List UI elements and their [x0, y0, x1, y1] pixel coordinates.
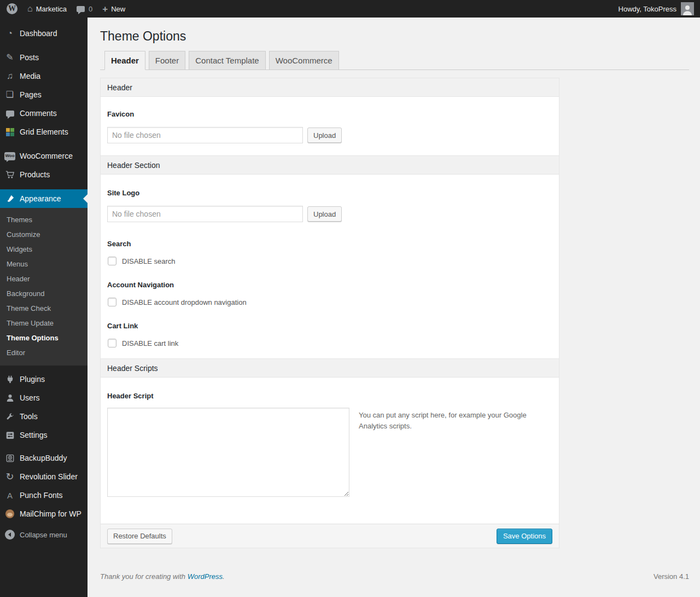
- person-icon: [4, 392, 15, 403]
- admin-bar-right: Howdy, TokoPress: [614, 0, 700, 18]
- comment-bubble-icon: [4, 108, 15, 119]
- menu-separator: [0, 141, 88, 147]
- appearance-submenu: Themes Customize Widgets Menus Header Ba…: [0, 208, 88, 366]
- sidebar-item-revolution-slider[interactable]: ↻ Revolution Slider: [0, 467, 88, 486]
- menu-separator: [0, 444, 88, 449]
- disable-cart-label: DISABLE cart link: [122, 339, 178, 347]
- header-script-label: Header Script: [107, 392, 552, 400]
- submenu-item-customize[interactable]: Customize: [0, 227, 88, 242]
- submenu-item-theme-update[interactable]: Theme Update: [0, 316, 88, 331]
- submenu-item-theme-options[interactable]: Theme Options: [0, 331, 88, 345]
- wordpress-logo-icon: W: [7, 3, 18, 14]
- refresh-arrows-icon: ↻: [4, 471, 15, 482]
- new-label: New: [111, 5, 125, 13]
- header-script-row: You can put any script here, for example…: [107, 408, 552, 497]
- avatar-person-icon: [681, 3, 693, 15]
- sidebar-item-appearance[interactable]: Appearance: [0, 189, 88, 208]
- disable-search-checkbox[interactable]: [108, 257, 116, 265]
- sidebar-item-posts[interactable]: ✎ Posts: [0, 48, 88, 67]
- wordpress-link[interactable]: WordPress: [188, 572, 223, 581]
- sidebar-item-settings[interactable]: Settings: [0, 426, 88, 444]
- paintbrush-icon: [4, 193, 15, 204]
- submenu-item-background[interactable]: Background: [0, 286, 88, 301]
- sidebar-item-dashboard[interactable]: ◔ Dashboard: [0, 24, 88, 43]
- disable-account-checkbox[interactable]: [108, 298, 116, 306]
- tab-woocommerce[interactable]: WooCommerce: [269, 51, 339, 70]
- sidebar-item-mailchimp[interactable]: MailChimp for WP: [0, 505, 88, 523]
- submenu-item-theme-check[interactable]: Theme Check: [0, 301, 88, 316]
- theme-options-tabs: Header Footer Contact Template WooCommer…: [100, 51, 689, 70]
- comment-count: 0: [89, 5, 92, 13]
- admin-sidebar: ◔ Dashboard ✎ Posts ♫ Media ❏ Pages Comm…: [0, 18, 88, 597]
- wordpress-logo-menu[interactable]: W: [0, 0, 22, 18]
- menu-separator: [0, 366, 88, 370]
- plug-icon: [4, 374, 15, 385]
- sidebar-item-comments[interactable]: Comments: [0, 104, 88, 123]
- section-body-header-scripts: Header Script You can put any script her…: [101, 378, 559, 524]
- submenu-item-header[interactable]: Header: [0, 271, 88, 286]
- media-icon: ♫: [4, 71, 15, 82]
- submenu-item-themes[interactable]: Themes: [0, 212, 88, 227]
- section-body-header-section: Site Logo Upload Search DISABLE search A…: [101, 175, 559, 358]
- sidebar-item-punch-fonts[interactable]: A Punch Fonts: [0, 486, 88, 505]
- favicon-label: Favicon: [107, 110, 552, 118]
- favicon-upload-row: Upload: [107, 127, 552, 143]
- sidebar-item-users[interactable]: Users: [0, 389, 88, 407]
- sidebar-item-pages[interactable]: ❏ Pages: [0, 85, 88, 104]
- home-icon: ⌂: [27, 4, 33, 13]
- dashboard-gauge-icon: ◔: [4, 28, 15, 39]
- restore-defaults-button[interactable]: Restore Defaults: [107, 529, 172, 544]
- disable-search-label: DISABLE search: [122, 257, 176, 265]
- sidebar-item-products[interactable]: Products: [0, 165, 88, 184]
- sidebar-item-plugins[interactable]: Plugins: [0, 370, 88, 389]
- howdy-label: Howdy, TokoPress: [619, 5, 676, 13]
- header-script-textarea[interactable]: [107, 408, 349, 497]
- mailchimp-monkey-icon: [4, 508, 15, 519]
- submenu-item-editor[interactable]: Editor: [0, 345, 88, 360]
- new-content-menu[interactable]: + New: [97, 0, 130, 18]
- plus-icon: +: [102, 4, 108, 14]
- tab-footer[interactable]: Footer: [149, 51, 185, 70]
- menu-separator: [0, 18, 88, 24]
- disable-account-label: DISABLE account dropdown navigation: [122, 298, 247, 306]
- sidebar-item-woocommerce[interactable]: Woo WooCommerce: [0, 147, 88, 165]
- sidebar-item-backupbuddy[interactable]: BackupBuddy: [0, 449, 88, 467]
- collapse-menu-button[interactable]: Collapse menu: [0, 525, 88, 544]
- tab-contact-template[interactable]: Contact Template: [189, 51, 265, 70]
- tab-header[interactable]: Header: [104, 51, 145, 70]
- sidebar-item-grid-elements[interactable]: Grid Elements: [0, 123, 88, 141]
- wrench-icon: [4, 411, 15, 422]
- backup-drive-icon: [4, 453, 15, 463]
- sidebar-item-media[interactable]: ♫ Media: [0, 67, 88, 85]
- disable-search-row: DISABLE search: [107, 257, 552, 265]
- cart-link-label: Cart Link: [107, 322, 552, 330]
- howdy-account-menu[interactable]: Howdy, TokoPress: [614, 0, 700, 18]
- save-options-button[interactable]: Save Options: [497, 529, 552, 544]
- thanks-text: Thank you for creating with: [100, 572, 188, 581]
- submenu-item-menus[interactable]: Menus: [0, 257, 88, 271]
- disable-cart-row: DISABLE cart link: [107, 339, 552, 347]
- thanks-period: .: [223, 572, 225, 581]
- favicon-upload-button[interactable]: Upload: [307, 127, 342, 143]
- woocommerce-badge-icon: Woo: [4, 150, 15, 161]
- site-logo-file-input[interactable]: [107, 206, 303, 222]
- comments-bubble-icon: [77, 6, 85, 12]
- menu-separator: [0, 184, 88, 189]
- footer-thanks: Thank you for creating with WordPress.: [100, 572, 225, 581]
- site-logo-label: Site Logo: [107, 189, 552, 197]
- section-header-header-section: Header Section: [101, 155, 559, 175]
- letter-a-icon: A: [4, 490, 15, 501]
- admin-bar-comments-link[interactable]: 0: [72, 0, 97, 18]
- site-logo-upload-button[interactable]: Upload: [307, 206, 342, 222]
- disable-account-row: DISABLE account dropdown navigation: [107, 298, 552, 306]
- disable-cart-checkbox[interactable]: [108, 339, 116, 347]
- section-header-header-scripts: Header Scripts: [101, 358, 559, 378]
- cart-icon: [4, 169, 15, 180]
- submenu-item-widgets[interactable]: Widgets: [0, 242, 88, 257]
- favicon-file-input[interactable]: [107, 127, 303, 143]
- site-name-link[interactable]: ⌂ Marketica: [22, 0, 72, 18]
- current-menu-arrow: [79, 194, 88, 203]
- sidebar-item-tools[interactable]: Tools: [0, 407, 88, 426]
- panel-footer: Restore Defaults Save Options: [101, 524, 559, 548]
- search-label: Search: [107, 240, 552, 248]
